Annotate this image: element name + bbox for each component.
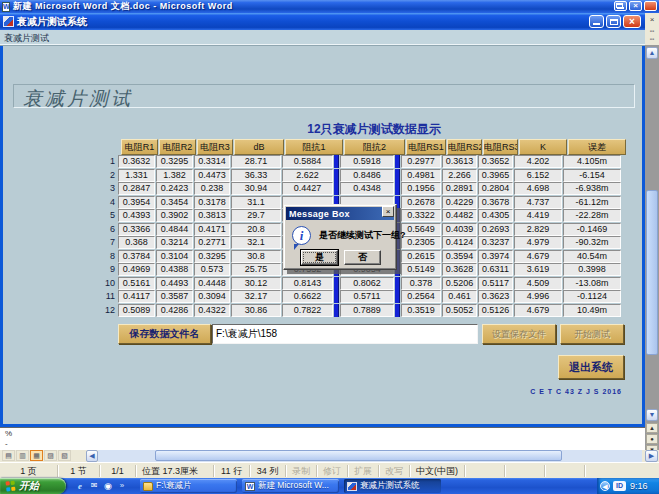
table-cell: 0.3998 bbox=[563, 263, 621, 276]
scroll-left-icon[interactable]: ◀ bbox=[86, 450, 98, 462]
exit-system-button[interactable]: 退出系统 bbox=[558, 355, 624, 379]
impedance-indicator-bar-icon bbox=[395, 169, 400, 182]
table-header-row: 电阻R1电阻R2电阻R3dB阻抗1阻抗2电阻RS1电阻RS2电阻RS3K误差 bbox=[121, 139, 627, 155]
taskbar-task-3[interactable]: 衰减片测试系统 bbox=[344, 479, 441, 493]
table-row: 100.51610.44930.444830.120.81430.80620.3… bbox=[103, 277, 627, 291]
tab-attenuator-test[interactable]: 衰减片测试 bbox=[0, 30, 645, 45]
word-close-button[interactable]: × bbox=[644, 1, 657, 11]
table-cell: 32.17 bbox=[231, 290, 281, 303]
table-cell: 0.4473 bbox=[194, 169, 230, 182]
status-mode: 录制 bbox=[286, 465, 317, 477]
scroll-right-icon[interactable]: ▶ bbox=[645, 450, 658, 462]
table-cell: 0.3613 bbox=[442, 155, 477, 168]
table-cell: 36.33 bbox=[231, 169, 281, 182]
table-cell: 4.679 bbox=[514, 304, 562, 317]
app-close-button[interactable]: × bbox=[623, 15, 641, 28]
table-cell: 0.2423 bbox=[156, 182, 193, 195]
reading-layout-view-icon[interactable]: ▧ bbox=[58, 450, 71, 461]
start-test-button[interactable]: 开始测试 bbox=[560, 324, 624, 344]
table-cell: 0.4448 bbox=[194, 277, 230, 290]
word-right-chrome: × ▪▪▪▪ ▲ ▼ ▲ ● ▼ bbox=[645, 13, 659, 462]
table-cell: -90.32m bbox=[563, 236, 621, 249]
quick-launch-overflow-icon[interactable]: » bbox=[116, 480, 128, 492]
taskbar-task-1[interactable]: F:\衰减片 bbox=[140, 479, 237, 493]
taskbar-task-2[interactable]: W新建 Microsoft W... bbox=[242, 479, 339, 493]
save-path-input[interactable] bbox=[212, 324, 478, 344]
previous-page-icon[interactable]: ▲ bbox=[646, 423, 658, 433]
table-cell: 0.2977 bbox=[401, 155, 441, 168]
hide-icons-chevron-icon[interactable]: ◀ bbox=[600, 481, 610, 491]
table-cell: 0.6622 bbox=[282, 290, 333, 303]
status-mode: 修订 bbox=[317, 465, 348, 477]
table-cell: 4.202 bbox=[514, 155, 562, 168]
word-window-title: 新建 Microsoft Word 文档.doc - Microsoft Wor… bbox=[13, 0, 233, 13]
row-number: 5 bbox=[103, 209, 118, 222]
table-cell: 0.4348 bbox=[340, 182, 394, 195]
yes-button[interactable]: 是 bbox=[301, 250, 338, 265]
table-cell: 0.4124 bbox=[442, 236, 477, 249]
table-cell: 30.94 bbox=[231, 182, 281, 195]
document-close-icon[interactable]: × bbox=[645, 13, 659, 27]
web-layout-view-icon[interactable]: ▥ bbox=[16, 450, 29, 461]
table-cell: 0.4117 bbox=[118, 290, 155, 303]
task-label: 衰减片测试系统 bbox=[360, 480, 420, 492]
column-header: 电阻R2 bbox=[159, 139, 196, 155]
table-cell: 0.7889 bbox=[340, 304, 394, 317]
start-button[interactable]: 开始 bbox=[0, 478, 66, 494]
table-cell: 20.8 bbox=[231, 223, 281, 236]
horizontal-scrollbar-thumb[interactable] bbox=[155, 450, 562, 461]
dialog-close-icon[interactable]: × bbox=[382, 206, 394, 217]
set-save-file-button[interactable]: 设置保存文件 bbox=[482, 324, 556, 344]
status-mode: 改写 bbox=[379, 465, 410, 477]
status-page: 1 页 bbox=[0, 465, 58, 477]
table-row: 110.41170.35870.309432.170.66220.57110.2… bbox=[103, 290, 627, 304]
document-text-fragment: - bbox=[5, 439, 8, 448]
table-cell: 0.2564 bbox=[401, 290, 441, 303]
row-number: 6 bbox=[103, 223, 118, 236]
impedance-indicator-bar-icon bbox=[395, 182, 400, 195]
print-layout-view-icon[interactable]: ▦ bbox=[30, 450, 43, 461]
normal-view-icon[interactable]: ▤ bbox=[2, 450, 15, 461]
task-label: 新建 Microsoft W... bbox=[258, 480, 329, 492]
table-cell: 0.8143 bbox=[282, 277, 333, 290]
ime-indicator-icon[interactable]: ID bbox=[613, 481, 626, 491]
table-cell: 0.3214 bbox=[156, 236, 193, 249]
outline-view-icon[interactable]: ▨ bbox=[44, 450, 57, 461]
footer-code: C E T C 43 Z J S 2016 bbox=[440, 388, 622, 395]
row-number: 4 bbox=[103, 196, 118, 209]
status-empty-cell bbox=[505, 465, 545, 477]
status-modes: 录制修订扩展改写 bbox=[286, 465, 410, 477]
table-cell: -13.08m bbox=[563, 277, 621, 290]
table-cell: 0.378 bbox=[401, 277, 441, 290]
word-status-bar: 1 页 1 节 1/1 位置 17.3厘米 11 行 34 列 录制修订扩展改写… bbox=[0, 462, 659, 478]
table-cell: 32.1 bbox=[231, 236, 281, 249]
table-cell: 0.3587 bbox=[156, 290, 193, 303]
no-button[interactable]: 否 bbox=[344, 250, 381, 265]
impedance-indicator-bar-icon bbox=[334, 277, 339, 290]
table-cell: 30.12 bbox=[231, 277, 281, 290]
table-cell: 28.71 bbox=[231, 155, 281, 168]
vertical-scrollbar-thumb[interactable] bbox=[646, 190, 658, 355]
table-cell: 30.86 bbox=[231, 304, 281, 317]
messenger-icon[interactable]: ◉ bbox=[102, 480, 114, 492]
app-minimize-button[interactable] bbox=[589, 15, 604, 28]
table-cell: 0.3678 bbox=[478, 196, 513, 209]
scroll-down-icon[interactable]: ▼ bbox=[646, 409, 658, 421]
table-cell: 0.2771 bbox=[194, 236, 230, 249]
table-cell: -0.1469 bbox=[563, 223, 621, 236]
scroll-up-icon[interactable]: ▲ bbox=[646, 47, 658, 59]
table-cell: 0.2891 bbox=[442, 182, 477, 195]
table-cell: 0.4493 bbox=[156, 277, 193, 290]
internet-explorer-icon[interactable]: e bbox=[74, 480, 86, 492]
table-cell: 0.5089 bbox=[118, 304, 155, 317]
table-cell: 0.2615 bbox=[401, 250, 441, 263]
table-cell: 4.105m bbox=[563, 155, 621, 168]
app-maximize-button[interactable] bbox=[606, 15, 621, 28]
table-title: 12只衰减片测试数据显示 bbox=[121, 121, 627, 138]
mail-icon[interactable]: ✉ bbox=[88, 480, 100, 492]
select-browse-object-icon[interactable]: ● bbox=[646, 434, 658, 444]
app-icon bbox=[347, 482, 357, 491]
horizontal-scrollbar-track[interactable] bbox=[98, 450, 642, 462]
table-cell: 0.7822 bbox=[282, 304, 333, 317]
column-header: 电阻R1 bbox=[121, 139, 158, 155]
